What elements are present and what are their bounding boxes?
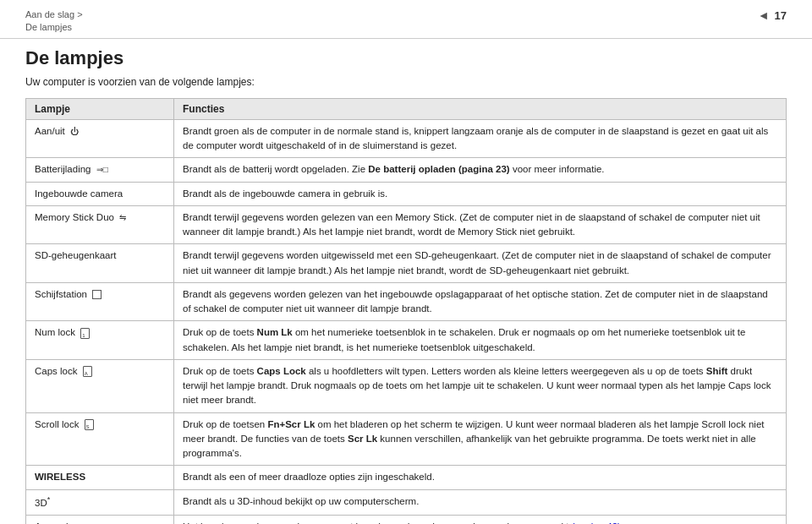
lamp-desc-scrolllock: Druk op de toetsen Fn+Scr Lk om het blad… xyxy=(174,412,787,466)
page-number: 17 xyxy=(775,9,787,22)
lamp-desc-3d: Brandt als u 3D-inhoud bekijkt op uw com… xyxy=(174,489,787,515)
page-subtitle: Uw computer is voorzien van de volgende … xyxy=(25,76,787,88)
lamp-name-batterij: Batterijlading ⇒□ xyxy=(26,158,174,182)
lamp-name-capslock: Caps lock A xyxy=(26,359,174,412)
lamp-name-sd: SD-geheugenkaart xyxy=(26,244,174,283)
scrolllock-icon: S xyxy=(85,419,94,430)
table-row: Aanraaksensor Het lampje voor de aanraak… xyxy=(26,515,787,524)
table-row: 3D* Brandt als u 3D-inhoud bekijkt op uw… xyxy=(26,489,787,515)
col-header-functies: Functies xyxy=(174,98,787,119)
lamp-name-wireless: WIRELESS xyxy=(26,466,174,489)
memorystick-icon: ⇋ xyxy=(119,213,126,222)
breadcrumb: Aan de slag > De lampjes xyxy=(25,8,83,35)
table-row: Caps lock A Druk op de toets Caps Lock a… xyxy=(26,359,787,412)
main-content: De lampjes Uw computer is voorzien van d… xyxy=(0,47,812,524)
disk-icon xyxy=(92,290,102,299)
lamp-desc-capslock: Druk op de toets Caps Lock als u hoofdle… xyxy=(174,359,787,412)
table-row: Scroll lock S Druk op de toetsen Fn+Scr … xyxy=(26,412,787,466)
lamp-desc-schijf: Brandt als gegevens worden gelezen van h… xyxy=(174,282,787,321)
col-header-lamp: Lampje xyxy=(26,98,174,119)
lamp-desc-aanuit: Brandt groen als de computer in de norma… xyxy=(174,119,787,158)
lamp-name-aanuit: Aan/uit ⏻ xyxy=(26,119,174,158)
charging-icon: ⇒□ xyxy=(96,165,108,174)
power-icon: ⏻ xyxy=(70,127,79,136)
back-arrow-icon: ◄ xyxy=(758,8,770,22)
lamp-desc-sd: Brandt terwijl gegevens worden uitgewiss… xyxy=(174,244,787,283)
lamp-desc-batterij: Brandt als de batterij wordt opgeladen. … xyxy=(174,158,787,182)
lamp-name-scrolllock: Scroll lock S xyxy=(26,412,174,466)
numlock-icon: 1 xyxy=(80,328,90,339)
table-row: SD-geheugenkaart Brandt terwijl gegevens… xyxy=(26,244,787,283)
table-row: Aan/uit ⏻ Brandt groen als de computer i… xyxy=(26,119,787,158)
page-title: De lampjes xyxy=(25,47,787,69)
lamp-desc-numlock: Druk op de toets Num Lk om het numerieke… xyxy=(174,321,787,360)
page-number-area: ◄ 17 xyxy=(758,8,787,22)
lamp-name-aanraak: Aanraaksensor xyxy=(26,515,174,524)
table-row: Num lock 1 Druk op de toets Num Lk om he… xyxy=(26,321,787,360)
table-row: WIRELESS Brandt als een of meer draadloz… xyxy=(26,466,787,489)
lamp-name-camera: Ingebouwde camera xyxy=(26,182,174,205)
footnote-marker: * xyxy=(47,495,51,504)
lamp-name-numlock: Num lock 1 xyxy=(26,321,174,360)
table-row: Schijfstation Brandt als gegevens worden… xyxy=(26,282,787,321)
table-row: Ingebouwde camera Brandt als de ingebouw… xyxy=(26,182,787,205)
link-pagina40: (pagina 40). xyxy=(572,521,623,524)
lamp-name-schijf: Schijfstation xyxy=(26,282,174,321)
lamps-table: Lampje Functies Aan/uit ⏻ Brandt groen a… xyxy=(25,98,787,524)
capslock-icon: A xyxy=(83,366,92,377)
table-row: Batterijlading ⇒□ Brandt als de batterij… xyxy=(26,158,787,182)
lamp-desc-aanraak: Het lampje voor de aanraaksensor gaat br… xyxy=(174,515,787,524)
lamp-desc-memorystick: Brandt terwijl gegevens worden gelezen v… xyxy=(174,205,787,244)
lamp-desc-camera: Brandt als de ingebouwde camera in gebru… xyxy=(174,182,787,205)
table-row: Memory Stick Duo ⇋ Brandt terwijl gegeve… xyxy=(26,205,787,244)
lamp-name-3d: 3D* xyxy=(26,489,174,515)
page-header: Aan de slag > De lampjes ◄ 17 xyxy=(0,0,812,39)
lamp-name-memorystick: Memory Stick Duo ⇋ xyxy=(26,205,174,244)
numlock-bold: Num Lk xyxy=(257,327,293,337)
lamp-desc-wireless: Brandt als een of meer draadloze opties … xyxy=(174,466,787,489)
bold-text: De batterij opladen (pagina 23) xyxy=(368,164,509,174)
